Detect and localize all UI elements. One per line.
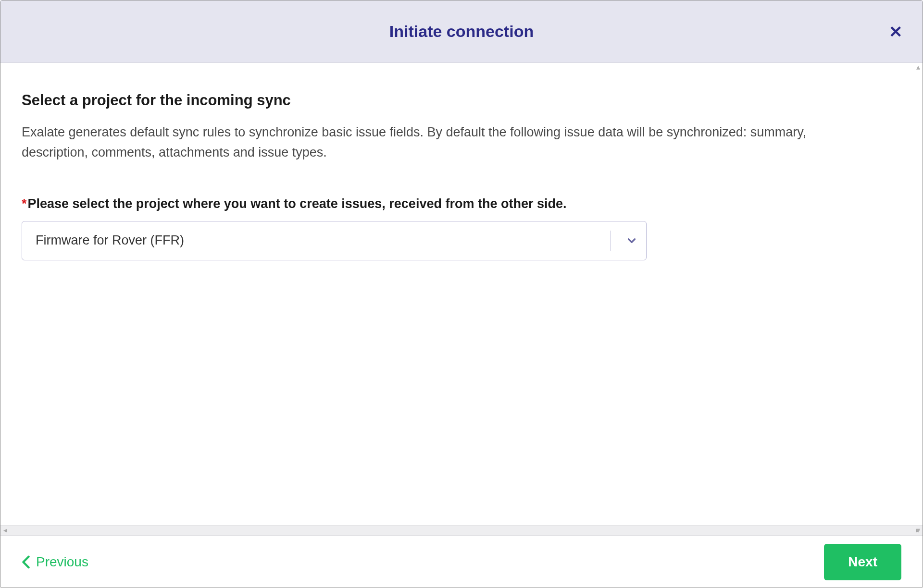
project-field-label-text: Please select the project where you want…	[28, 196, 567, 211]
vertical-scrollbar[interactable]: ▴ ▾	[914, 63, 922, 534]
chevron-left-icon	[22, 555, 30, 569]
modal-title: Initiate connection	[389, 22, 534, 41]
scroll-left-icon[interactable]: ◂	[3, 527, 7, 534]
scroll-down-icon[interactable]: ▾	[916, 527, 920, 534]
project-select[interactable]: Firmware for Rover (FFR)	[22, 221, 647, 260]
modal-header: Initiate connection ✕	[0, 0, 923, 63]
close-button[interactable]: ✕	[889, 24, 902, 40]
modal-body: Select a project for the incoming sync E…	[0, 63, 923, 525]
previous-button-label: Previous	[36, 554, 88, 570]
initiate-connection-modal: Initiate connection ✕ Select a project f…	[0, 0, 923, 588]
modal-footer: Previous Next	[0, 536, 923, 588]
horizontal-scrollbar[interactable]: ◂ ▸	[0, 525, 923, 536]
next-button[interactable]: Next	[824, 544, 901, 580]
next-button-label: Next	[848, 554, 877, 569]
section-description: Exalate generates default sync rules to …	[22, 122, 839, 163]
close-icon: ✕	[889, 23, 902, 41]
select-divider	[610, 231, 611, 251]
project-field-label: *Please select the project where you wan…	[22, 196, 901, 211]
scroll-up-icon[interactable]: ▴	[916, 63, 920, 71]
project-select-value: Firmware for Rover (FFR)	[36, 233, 603, 248]
previous-button[interactable]: Previous	[22, 554, 88, 570]
chevron-down-icon	[617, 234, 646, 247]
required-asterisk: *	[22, 196, 27, 211]
section-heading: Select a project for the incoming sync	[22, 92, 901, 109]
